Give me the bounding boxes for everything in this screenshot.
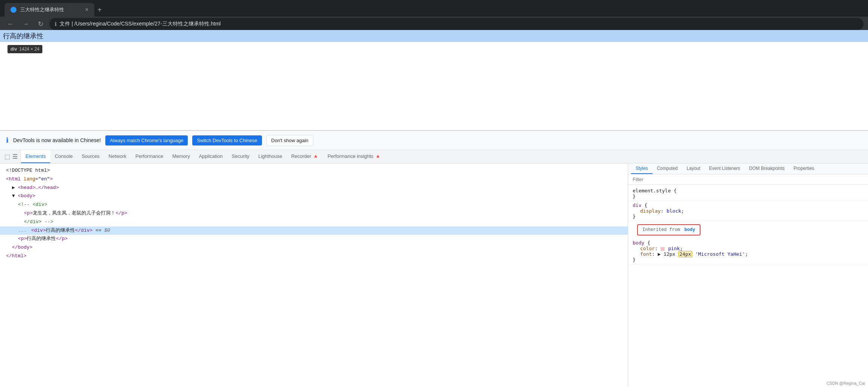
always-match-language-button[interactable]: Always match Chrome's language [105, 135, 188, 146]
tab-elements[interactable]: Elements [21, 150, 50, 163]
styles-tab-properties[interactable]: Properties [789, 164, 819, 174]
style-selector: element.style { [633, 188, 864, 194]
inherited-section: Inherited from body [628, 221, 868, 238]
address-bar[interactable]: ℹ 文件 | /Users/regina/Code/CSS/exemple/27… [49, 18, 864, 30]
tab-close-button[interactable]: × [85, 7, 88, 13]
device-icon[interactable]: ☰ [12, 153, 18, 160]
tab-recorder[interactable]: Recorder 🔺 [287, 150, 323, 163]
filter-input[interactable] [631, 176, 865, 183]
list-item[interactable]: </html> [0, 252, 628, 261]
browser-tab[interactable]: 🌐 三大特性之继承特性 × [4, 3, 94, 16]
tab-title: 三大特性之继承特性 [20, 6, 81, 13]
tab-favicon: 🌐 [10, 7, 16, 13]
tab-performance-insights[interactable]: Performance insights 🔺 [323, 150, 385, 163]
style-rule: div { display: block; } [628, 201, 868, 221]
dont-show-again-button[interactable]: Don't show again [266, 135, 313, 146]
elements-panel: <!DOCTYPE html> <html lang="en"> ▶ <head… [0, 164, 628, 387]
element-tooltip: div 1424 × 24 [7, 45, 42, 53]
notification-text: DevTools is now available in Chinese! [13, 137, 101, 143]
browser-chrome: 🌐 三大特性之继承特性 × + ← → ↻ ℹ 文件 | /Users/regi… [0, 0, 868, 30]
devtools-tab-bar: ⬚ ☰ Elements Console Sources Network Per… [0, 150, 868, 164]
styles-panel: Styles Computed Layout Event Listeners D… [628, 164, 868, 387]
tooltip-size: 1424 × 24 [19, 46, 39, 52]
tag-text: <html [6, 176, 21, 182]
list-item[interactable]: <!-- <div> [0, 201, 628, 209]
devtools-panel: ⬚ ☰ Elements Console Sources Network Per… [0, 150, 868, 387]
webpage-content: 行高的继承性 div 1424 × 24 [0, 30, 868, 130]
back-button[interactable]: ← [4, 18, 16, 30]
style-selector: div { [633, 202, 864, 208]
list-item[interactable]: ▶ <head>…</head> [0, 184, 628, 192]
list-item[interactable]: <p>行高的继承性</p> [0, 235, 628, 243]
page-highlight: 行高的继承性 [0, 30, 868, 42]
list-item[interactable]: </body> [0, 243, 628, 252]
reload-button[interactable]: ↻ [34, 18, 46, 30]
styles-content: element.style { } div { display: block; … [628, 185, 868, 387]
list-item[interactable]: <p>龙生龙，凤生凤，老鼠的儿子会打洞！</p> [0, 209, 628, 218]
tab-security[interactable]: Security [227, 150, 254, 163]
nav-bar: ← → ↻ ℹ 文件 | /Users/regina/Code/CSS/exem… [0, 16, 868, 32]
tab-performance[interactable]: Performance [131, 150, 168, 163]
dots-indicator: ... [18, 228, 27, 233]
tab-application[interactable]: Application [195, 150, 227, 163]
tab-network[interactable]: Network [104, 150, 131, 163]
address-text: 文件 | /Users/regina/Code/CSS/exemple/27-三… [60, 21, 221, 27]
list-item[interactable]: <html lang="en"> [0, 175, 628, 184]
styles-tab-dom-breakpoints[interactable]: DOM Breakpoints [745, 164, 789, 174]
font-size-highlight: 24px [678, 251, 692, 257]
info-icon: ℹ [6, 136, 9, 144]
styles-filter[interactable] [628, 174, 868, 185]
color-swatch [661, 247, 664, 251]
style-rule: element.style { } [628, 186, 868, 201]
new-tab-button[interactable]: + [97, 6, 102, 14]
footer-credit: CSDN @Regina_Cai [826, 381, 865, 386]
styles-tab-layout[interactable]: Layout [682, 164, 705, 174]
list-item[interactable]: <!DOCTYPE html> [0, 166, 628, 175]
tab-memory[interactable]: Memory [168, 150, 195, 163]
inherited-label: Inherited from body [637, 224, 700, 236]
list-item[interactable]: ▼ <body> [0, 192, 628, 201]
list-item[interactable]: ... <div>行高的继承性</div> == $0 [0, 226, 628, 235]
tab-bar: 🌐 三大特性之继承特性 × + [0, 0, 868, 16]
styles-tab-computed[interactable]: Computed [652, 164, 682, 174]
tab-lighthouse[interactable]: Lighthouse [254, 150, 287, 163]
styles-tab-event-listeners[interactable]: Event Listeners [705, 164, 745, 174]
inherited-from-keyword: body [684, 227, 695, 232]
switch-devtools-chinese-button[interactable]: Switch DevTools to Chinese [192, 135, 262, 146]
styles-tab-styles[interactable]: Styles [631, 164, 652, 174]
inspect-icon[interactable]: ⬚ [4, 153, 10, 160]
devtools-icon-group: ⬚ ☰ [1, 150, 21, 163]
tooltip-tag: div [10, 46, 17, 52]
address-icon: ℹ [55, 21, 57, 27]
tab-sources[interactable]: Sources [77, 150, 104, 163]
devtools-notification: ℹ DevTools is now available in Chinese! … [0, 130, 868, 150]
list-item[interactable]: </div> --> [0, 218, 628, 226]
body-selector: body { [633, 240, 864, 246]
tab-console[interactable]: Console [50, 150, 77, 163]
doctype-text: <!DOCTYPE html> [6, 168, 50, 173]
devtools-main: <!DOCTYPE html> <html lang="en"> ▶ <head… [0, 164, 868, 387]
style-rule-body: body { color: pink; font: ▶ 12px 24px 'M… [628, 238, 868, 264]
forward-button[interactable]: → [19, 18, 31, 30]
styles-tab-bar: Styles Computed Layout Event Listeners D… [628, 164, 868, 174]
